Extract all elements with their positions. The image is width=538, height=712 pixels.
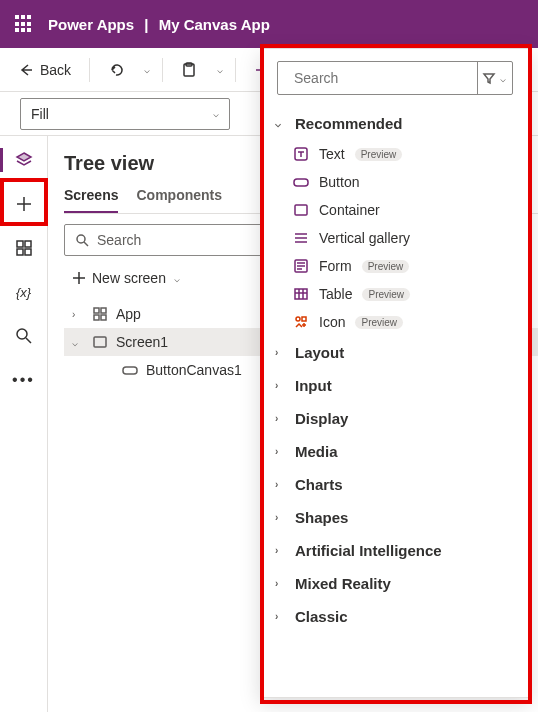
insert-flyout: ⌵ ⌵ Recommended TextPreviewButtonContain… — [260, 48, 530, 698]
preview-badge: Preview — [355, 316, 403, 329]
svg-rect-20 — [295, 289, 307, 299]
insert-item-form[interactable]: FormPreview — [269, 252, 521, 280]
rail-more[interactable]: ••• — [8, 364, 40, 396]
rail-data[interactable] — [8, 232, 40, 264]
insert-item-label: Container — [319, 202, 380, 218]
chevron-down-icon: ⌵ — [144, 64, 150, 75]
category-label: Display — [295, 410, 348, 427]
filter-icon — [482, 71, 496, 85]
svg-rect-22 — [302, 317, 306, 321]
svg-rect-12 — [101, 315, 106, 320]
preview-badge: Preview — [362, 288, 410, 301]
grid-icon — [15, 239, 33, 257]
tab-components[interactable]: Components — [136, 187, 222, 213]
insert-item-label: Text — [319, 146, 345, 162]
chevron-right-icon: › — [275, 479, 287, 490]
insert-item-button[interactable]: Button — [269, 168, 521, 196]
left-rail: {x} ••• — [0, 136, 48, 712]
category-label: Mixed Reality — [295, 575, 391, 592]
insert-item-label: Form — [319, 258, 352, 274]
tab-screens[interactable]: Screens — [64, 187, 118, 213]
search-icon — [75, 233, 89, 247]
insert-item-icon[interactable]: IconPreview — [269, 308, 521, 336]
app-icon — [92, 306, 108, 322]
category-recommended[interactable]: ⌵ Recommended — [269, 107, 521, 140]
ellipsis-icon: ••• — [12, 371, 35, 389]
clipboard-icon — [181, 62, 197, 78]
form-icon — [293, 258, 309, 274]
category-label: Layout — [295, 344, 344, 361]
category-shapes[interactable]: ›Shapes — [269, 501, 521, 534]
svg-rect-17 — [294, 179, 308, 186]
flyout-search[interactable]: ⌵ — [277, 61, 513, 95]
paste-dropdown[interactable]: ⌵ — [211, 58, 227, 81]
category-classic[interactable]: ›Classic — [269, 600, 521, 633]
chevron-right-icon: › — [275, 446, 287, 457]
insert-item-label: Table — [319, 286, 352, 302]
category-layout[interactable]: ›Layout — [269, 336, 521, 369]
category-charts[interactable]: ›Charts — [269, 468, 521, 501]
insert-item-container[interactable]: Container — [269, 196, 521, 224]
rail-insert[interactable] — [8, 188, 40, 220]
chevron-down-icon: ⌵ — [213, 108, 219, 119]
category-label: Classic — [295, 608, 348, 625]
back-button[interactable]: Back — [8, 56, 81, 84]
category-label: Input — [295, 377, 332, 394]
chevron-right-icon: › — [275, 578, 287, 589]
insert-item-vertical-gallery[interactable]: Vertical gallery — [269, 224, 521, 252]
preview-badge: Preview — [362, 260, 410, 273]
undo-dropdown[interactable]: ⌵ — [138, 58, 154, 81]
category-label: Shapes — [295, 509, 348, 526]
svg-rect-14 — [123, 367, 137, 374]
category-label: Charts — [295, 476, 343, 493]
button-icon — [293, 174, 309, 190]
header-title: Power Apps | My Canvas App — [48, 16, 270, 33]
app-header: Power Apps | My Canvas App — [0, 0, 538, 48]
chevron-down-icon: ⌵ — [217, 64, 223, 75]
insert-item-text[interactable]: TextPreview — [269, 140, 521, 168]
chevron-right-icon: › — [275, 380, 287, 391]
category-label: Artificial Intelligence — [295, 542, 442, 559]
plus-icon — [15, 195, 33, 213]
svg-point-8 — [77, 235, 85, 243]
svg-point-21 — [296, 317, 300, 321]
category-display[interactable]: ›Display — [269, 402, 521, 435]
preview-badge: Preview — [355, 148, 403, 161]
flyout-filter[interactable]: ⌵ — [477, 62, 510, 94]
chevron-right-icon: › — [275, 545, 287, 556]
category-artificial-intelligence[interactable]: ›Artificial Intelligence — [269, 534, 521, 567]
undo-button[interactable] — [98, 56, 134, 84]
svg-rect-9 — [94, 308, 99, 313]
paste-button[interactable] — [171, 56, 207, 84]
chevron-down-icon: ⌵ — [275, 118, 287, 129]
chevron-down-icon: ⌵ — [174, 273, 180, 284]
insert-item-table[interactable]: TablePreview — [269, 280, 521, 308]
insert-item-label: Icon — [319, 314, 345, 330]
svg-rect-13 — [94, 337, 106, 347]
chevron-right-icon: › — [275, 413, 287, 424]
icon-icon — [293, 314, 309, 330]
svg-rect-10 — [101, 308, 106, 313]
category-label: Media — [295, 443, 338, 460]
chevron-right-icon: › — [275, 512, 287, 523]
screen-icon — [92, 334, 108, 350]
svg-rect-5 — [17, 249, 23, 255]
rail-tree-view[interactable] — [8, 144, 40, 176]
undo-icon — [108, 62, 124, 78]
rail-search[interactable] — [8, 320, 40, 352]
category-mixed-reality[interactable]: ›Mixed Reality — [269, 567, 521, 600]
chevron-right-icon: › — [275, 611, 287, 622]
svg-rect-4 — [25, 241, 31, 247]
category-input[interactable]: ›Input — [269, 369, 521, 402]
svg-rect-3 — [17, 241, 23, 247]
variable-icon: {x} — [16, 285, 31, 300]
container-icon — [293, 202, 309, 218]
insert-item-label: Vertical gallery — [319, 230, 410, 246]
category-media[interactable]: ›Media — [269, 435, 521, 468]
plus-icon — [72, 271, 86, 285]
flyout-search-input[interactable] — [294, 70, 469, 86]
property-selector[interactable]: Fill ⌵ — [20, 98, 230, 130]
layers-icon — [15, 151, 33, 169]
rail-variables[interactable]: {x} — [8, 276, 40, 308]
waffle-icon[interactable] — [12, 12, 36, 36]
